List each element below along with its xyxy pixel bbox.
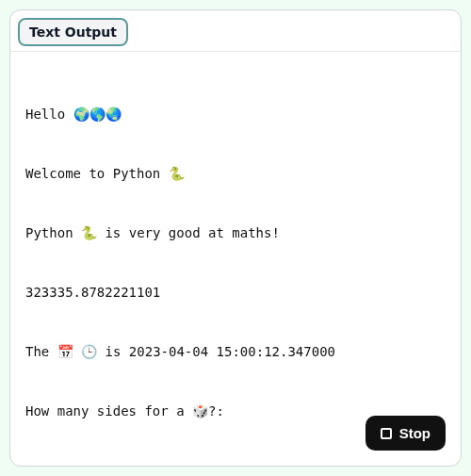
tab-label: Text Output bbox=[29, 25, 117, 40]
tab-text-output[interactable]: Text Output bbox=[18, 18, 128, 46]
stop-button[interactable]: Stop bbox=[365, 416, 446, 451]
tab-bar: Text Output bbox=[10, 10, 461, 52]
stop-button-label: Stop bbox=[399, 425, 430, 441]
output-panel: Text Output Hello 🌍🌎🌏 Welcome to Python … bbox=[9, 9, 462, 467]
console-output[interactable]: Hello 🌍🌎🌏 Welcome to Python 🐍 Python 🐍 i… bbox=[10, 52, 461, 466]
output-line: The 📅 🕒 is 2023-04-04 15:00:12.347000 bbox=[25, 342, 446, 362]
output-line: Hello 🌍🌎🌏 bbox=[25, 105, 446, 124]
output-line: Welcome to Python 🐍 bbox=[25, 164, 446, 184]
output-line: Python 🐍 is very good at maths! bbox=[25, 223, 446, 243]
output-line: 323335.8782221101 bbox=[25, 283, 446, 303]
stop-icon bbox=[381, 428, 392, 439]
